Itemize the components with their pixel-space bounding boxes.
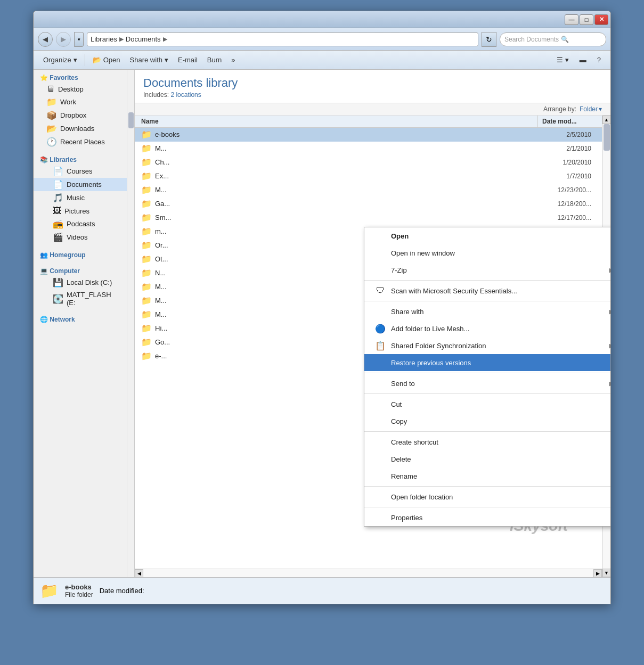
burn-label: Burn [207, 56, 222, 64]
file-icon: 📁 [141, 240, 152, 250]
context-menu-item-create_shortcut[interactable]: Create shortcut [364, 433, 610, 450]
search-box[interactable]: Search Documents 🔍 [500, 32, 606, 46]
ctx-item-icon-empty [375, 265, 386, 275]
sidebar-item-dropbox[interactable]: 📦 Dropbox [34, 109, 127, 122]
sidebar-item-downloads[interactable]: 📂 Downloads [34, 122, 127, 135]
nav-dropdown-button[interactable]: ▾ [74, 32, 84, 47]
search-placeholder: Search Documents [504, 36, 559, 43]
more-button[interactable]: » [227, 54, 239, 65]
context-menu-item-rename[interactable]: Rename [364, 467, 610, 485]
back-button[interactable]: ◀ [38, 32, 53, 47]
context-menu-item-add_live_mesh[interactable]: 🔵Add folder to Live Mesh... [364, 320, 610, 337]
forward-button[interactable]: ▶ [56, 32, 71, 47]
arrange-folder-button[interactable]: Folder ▾ [580, 105, 602, 113]
file-item[interactable]: 📁 Sm... 12/17/200... [135, 211, 602, 225]
scroll-down-button[interactable]: ▼ [602, 569, 611, 577]
ctx-item-icon-empty [375, 378, 386, 389]
library-header: Documents library Includes: 2 locations [135, 70, 610, 103]
column-date-header[interactable]: Date mod... [538, 116, 602, 127]
ctx-submenu-arrow-icon: ▶ [609, 380, 610, 387]
sidebar-item-podcasts[interactable]: 📻 Podcasts [34, 217, 127, 231]
share-with-arrow-icon: ▾ [165, 56, 168, 64]
context-menu-item-send_to[interactable]: Send to▶ [364, 375, 610, 392]
locations-link[interactable]: 2 locations [170, 91, 201, 98]
context-menu-item-properties[interactable]: Properties [364, 509, 610, 526]
scroll-thumb [604, 124, 610, 151]
ctx-item-icon-empty [375, 357, 386, 368]
close-button[interactable]: ✕ [594, 14, 608, 25]
podcasts-icon: 📻 [53, 219, 63, 229]
context-menu-item-7zip[interactable]: 7-Zip▶ [364, 261, 610, 278]
file-date: 1/20/2010 [537, 159, 596, 166]
sidebar-item-local-disk[interactable]: 💾 Local Disk (C:) [34, 276, 127, 289]
bottom-scroll-right-button[interactable]: ▶ [593, 569, 602, 578]
open-button[interactable]: 📂 Open [88, 54, 125, 65]
ctx-item-icon-empty [375, 231, 386, 241]
context-menu-item-restore[interactable]: Restore previous versions [364, 354, 610, 371]
ctx-item-label: Add folder to Live Mesh... [391, 325, 610, 333]
email-button[interactable]: E-mail [174, 54, 202, 65]
sidebar-label-local-disk: Local Disk (C:) [67, 278, 112, 286]
scroll-up-button[interactable]: ▲ [602, 116, 611, 124]
toolbar-right: ☰ ▾ ▬ ? [552, 54, 605, 65]
address-path[interactable]: Libraries ▶ Documents ▶ [87, 32, 478, 46]
sidebar-item-videos[interactable]: 🎬 Videos [34, 231, 127, 244]
sidebar-item-recent-places[interactable]: 🕐 Recent Places [34, 135, 127, 149]
sidebar-item-desktop[interactable]: 🖥 Desktop [34, 83, 127, 95]
organize-button[interactable]: Organize ▾ [39, 54, 81, 65]
burn-button[interactable]: Burn [203, 54, 226, 65]
file-item[interactable]: 📁 Ex... 1/7/2010 [135, 169, 602, 183]
file-icon: 📁 [141, 185, 152, 195]
context-menu-separator [364, 486, 610, 487]
status-item-name: e-books [65, 583, 93, 591]
context-menu-item-delete[interactable]: Delete [364, 450, 610, 467]
file-item[interactable]: 📁 Ga... 12/18/200... [135, 197, 602, 211]
sidebar-section-libraries[interactable]: 📚 Libraries [34, 152, 127, 165]
context-menu-item-scan[interactable]: 🛡Scan with Microsoft Security Essentials… [364, 282, 610, 299]
bottom-scrollbar[interactable]: ◀ ▶ [135, 569, 602, 577]
organize-label: Organize [43, 56, 71, 64]
ctx-item-icon-empty [375, 399, 386, 409]
minimize-button[interactable]: — [565, 14, 578, 25]
context-menu-separator [364, 280, 610, 281]
sidebar-section-network[interactable]: 🌐 Network [34, 311, 127, 324]
file-item[interactable]: 📁 Ch... 1/20/2010 [135, 155, 602, 169]
refresh-button[interactable]: ↻ [482, 32, 496, 47]
bottom-scroll-left-button[interactable]: ◀ [135, 569, 143, 578]
sidebar-section-homegroup[interactable]: 👥 Homegroup [34, 247, 127, 260]
file-icon: 📁 [141, 143, 152, 153]
sidebar-scrollbar[interactable] [127, 70, 134, 577]
help-button[interactable]: ? [593, 54, 605, 65]
sidebar-item-pictures[interactable]: 🖼 Pictures [34, 204, 127, 217]
context-menu-item-shared_folder_sync[interactable]: 📋Shared Folder Synchronization▶ [364, 337, 610, 354]
context-menu-item-share_with[interactable]: Share with▶ [364, 303, 610, 320]
ctx-item-label: Shared Folder Synchronization [391, 342, 604, 350]
file-item[interactable]: 📁 M... 12/23/200... [135, 183, 602, 197]
sidebar-section-computer[interactable]: 💻 Computer [34, 263, 127, 276]
window-controls: — □ ✕ [565, 14, 608, 25]
column-name-header[interactable]: Name [135, 116, 538, 127]
share-with-button[interactable]: Share with ▾ [126, 54, 173, 65]
view-button[interactable]: ☰ ▾ [552, 54, 573, 65]
context-menu-item-copy[interactable]: Copy [364, 413, 610, 430]
maximize-button[interactable]: □ [580, 14, 593, 25]
sidebar-item-music[interactable]: 🎵 Music [34, 191, 127, 204]
sidebar-label-documents: Documents [67, 180, 102, 188]
file-item[interactable]: 📁 M... 2/1/2010 [135, 142, 602, 155]
context-menu-item-cut[interactable]: Cut [364, 396, 610, 413]
file-date: 12/17/200... [537, 214, 596, 221]
sidebar-item-matt-flash[interactable]: 💽 MATT_FLASH (E: [34, 289, 127, 308]
sidebar-label-pictures: Pictures [64, 207, 89, 215]
sidebar-item-documents[interactable]: 📄 Documents [34, 178, 127, 191]
context-menu-item-open_new_window[interactable]: Open in new window [364, 244, 610, 261]
sidebar-item-courses[interactable]: 📄 Courses [34, 165, 127, 178]
matt-flash-icon: 💽 [53, 294, 63, 304]
file-item[interactable]: 📁 e-books 2/5/2010 [135, 128, 602, 142]
bottom-scroll-track[interactable] [143, 569, 593, 578]
context-menu-item-open_folder_loc[interactable]: Open folder location [364, 488, 610, 505]
view-arrow-icon: ▾ [565, 56, 569, 64]
pane-button[interactable]: ▬ [575, 54, 591, 65]
context-menu-item-open[interactable]: Open [364, 227, 610, 244]
sidebar-item-work[interactable]: 📁 Work [34, 95, 127, 109]
sidebar-section-favorites[interactable]: ⭐ Favorites [34, 70, 127, 83]
